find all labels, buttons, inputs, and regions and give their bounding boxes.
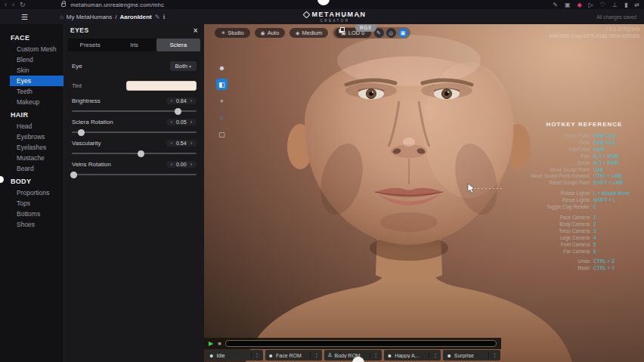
timeline-bar: ▶ ■: [204, 338, 501, 349]
value-stepper[interactable]: ‹ 0.05 ›: [166, 119, 197, 125]
viewport-toolbar: ☀ Studio ◉ Auto ◈ Medium ▣: [215, 27, 410, 39]
back-icon[interactable]: ‹: [5, 1, 7, 8]
sculpt-tool-button[interactable]: ▢: [216, 128, 228, 140]
clip-menu-icon[interactable]: ⋮: [429, 352, 438, 358]
breadcrumb-root[interactable]: My MetaHumans: [67, 14, 112, 20]
slider-handle[interactable]: [78, 129, 85, 136]
sidebar-item[interactable]: Eyelashes: [10, 142, 63, 153]
sculpt-tool-button[interactable]: ◧: [216, 79, 228, 90]
tab[interactable]: Iris: [112, 39, 156, 51]
timeline-scrubber[interactable]: [225, 340, 497, 347]
clip-menu-icon[interactable]: ⋮: [488, 352, 497, 358]
toolbar-pill[interactable]: ◈ Medium: [289, 28, 328, 38]
decrement-icon[interactable]: ‹: [171, 119, 172, 125]
sidebar-item[interactable]: Custom Mesh: [10, 44, 63, 54]
increment-icon[interactable]: ›: [190, 98, 192, 104]
character-name: AaronIdent: [120, 14, 152, 20]
sculpt-tool-button[interactable]: ☻: [216, 62, 228, 73]
slider-handle[interactable]: [138, 150, 144, 157]
clip-menu-icon[interactable]: ⋮: [310, 352, 319, 358]
address-bar[interactable]: metahuman.unrealengine.com/mhc: [71, 2, 165, 8]
3d-viewport[interactable]: ☀ Studio ◉ Auto ◈ Medium ▣: [204, 24, 644, 362]
tab[interactable]: Sclera: [156, 39, 200, 51]
slider-track[interactable]: [72, 110, 197, 112]
extension-icon[interactable]: ⊥: [612, 2, 618, 8]
reload-icon[interactable]: ↻: [20, 1, 26, 8]
metahuman-logo: METAHUMAN CREATOR: [293, 11, 376, 23]
sidebar-item[interactable]: Mustache: [10, 153, 63, 163]
eye-select[interactable]: Both▾: [170, 61, 197, 71]
forward-icon[interactable]: ›: [12, 1, 14, 8]
clip-label: Face ROM: [276, 353, 308, 358]
extension-icon[interactable]: ▣: [565, 2, 571, 8]
menu-icon[interactable]: ☰: [21, 13, 28, 21]
tint-color-swatch[interactable]: [126, 81, 197, 91]
slider-value: 0.54: [176, 141, 187, 146]
extension-icon[interactable]: ▷: [589, 2, 593, 8]
toolbar-pill[interactable]: ◉ Auto: [255, 28, 286, 38]
session-id: ef064600-10ea-d375-9186-0f00e4c80dcb: [549, 32, 639, 39]
info-icon[interactable]: ℹ: [163, 14, 165, 20]
value-stepper[interactable]: ‹ 0.00 ›: [166, 161, 197, 168]
animation-clip-button[interactable]: ☻ Face ROM ⋮: [265, 350, 323, 360]
sidebar-item[interactable]: Proportions: [10, 187, 63, 198]
window-copy-icon: [340, 27, 345, 32]
sidebar-item[interactable]: Blend: [10, 54, 63, 65]
increment-icon[interactable]: ›: [190, 162, 192, 167]
slider-label: Sclera Rotation: [72, 119, 113, 125]
extension-icon[interactable]: ✎: [553, 2, 558, 8]
sidebar-item[interactable]: Head: [10, 121, 63, 131]
home-icon[interactable]: ⌂: [60, 14, 63, 20]
slider-track[interactable]: [72, 174, 197, 175]
extension-icon[interactable]: ♡: [600, 2, 605, 8]
increment-icon[interactable]: ›: [190, 141, 192, 146]
decrement-icon[interactable]: ‹: [171, 98, 172, 104]
sculpt-tool-button[interactable]: +: [216, 95, 228, 107]
decrement-icon[interactable]: ‹: [171, 162, 172, 167]
clip-menu-icon[interactable]: ⋮: [370, 352, 379, 358]
decrement-icon[interactable]: ‹: [171, 141, 172, 146]
sidebar-item[interactable]: Tops: [10, 198, 63, 209]
clip-menu-icon[interactable]: ⋮: [251, 352, 260, 358]
sidebar-item[interactable]: Shoes: [10, 219, 63, 230]
clip-icon: ☻: [387, 353, 392, 358]
slider-track[interactable]: [72, 153, 197, 154]
hotkey-row: Toggle Clay Render C: [527, 204, 642, 211]
extension-icon[interactable]: ◆: [577, 2, 581, 8]
extension-icon[interactable]: ▮: [624, 2, 627, 8]
slider-handle[interactable]: [175, 108, 181, 115]
viewport-circle-button[interactable]: ▣: [398, 28, 408, 38]
slider-track[interactable]: [72, 131, 197, 133]
value-stepper[interactable]: ‹ 0.54 ›: [166, 140, 197, 147]
toolbar-pill[interactable]: ☀ Studio: [215, 28, 250, 38]
hotkey-row: Orbit RMB Hold: [527, 140, 642, 147]
clip-icon: ☻: [268, 353, 274, 358]
eyes-panel: EYES × PresetsIrisSclera Eye Both▾ Tint …: [63, 24, 204, 362]
close-icon[interactable]: ×: [194, 26, 198, 35]
extension-icon[interactable]: ⇄: [634, 2, 639, 8]
slider-row: Brightness ‹ 0.84 ›: [64, 97, 204, 112]
viewport-circle-button[interactable]: ◎: [386, 28, 396, 38]
value-stepper[interactable]: ‹ 0.84 ›: [166, 97, 197, 104]
sculpt-tool-button[interactable]: ○: [216, 112, 228, 123]
sidebar-item[interactable]: Eyebrows: [10, 131, 63, 142]
slider-handle[interactable]: [70, 172, 77, 178]
play-button[interactable]: ▶: [209, 340, 213, 347]
sidebar-item[interactable]: Makeup: [10, 97, 63, 107]
sidebar-item[interactable]: Beard: [10, 163, 63, 174]
animation-clip-button[interactable]: ☻ Surprise ⋮: [443, 350, 500, 360]
stop-button[interactable]: ■: [218, 341, 221, 346]
animation-clip-button[interactable]: ☻ Happy A... ⋮: [384, 350, 441, 360]
section-title-body: BODY: [0, 174, 63, 187]
clip-icon: ☻: [446, 353, 451, 358]
sidebar-item[interactable]: Skin: [10, 65, 63, 76]
slider-label: Brightness: [72, 97, 101, 104]
increment-icon[interactable]: ›: [190, 119, 192, 125]
rename-icon[interactable]: ✎: [155, 14, 160, 20]
metahuman-creator-app: ‹ › ↻ metahuman.unrealengine.com/mhc ✎▣◆…: [0, 0, 644, 362]
sidebar-item[interactable]: Teeth: [10, 86, 63, 97]
animation-clip-button[interactable]: ☻ Idle ⋮: [206, 350, 263, 360]
sidebar-item[interactable]: Bottoms: [10, 209, 63, 219]
sidebar-item[interactable]: Eyes: [10, 76, 63, 86]
tab[interactable]: Presets: [68, 39, 112, 51]
